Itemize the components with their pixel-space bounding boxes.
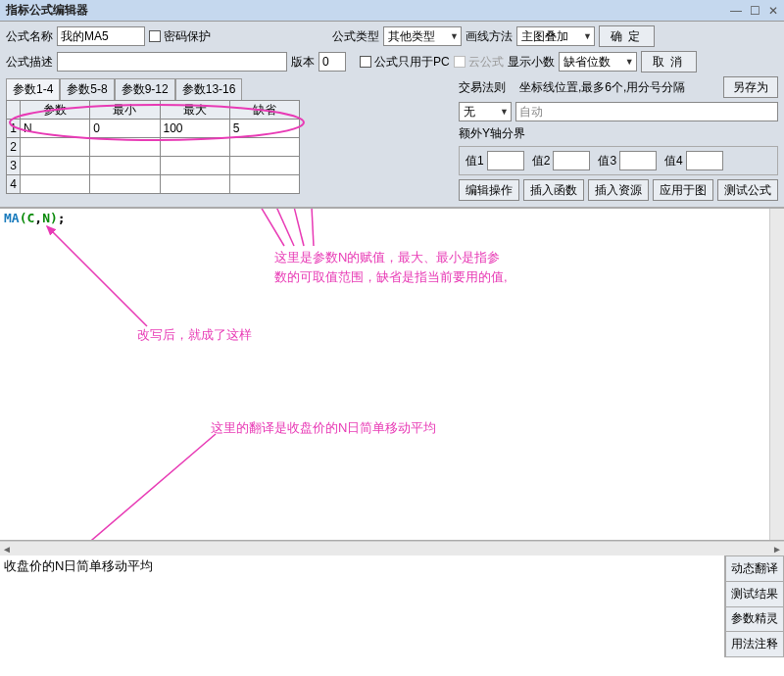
usage-notes-button[interactable]: 用法注释 (725, 632, 784, 657)
table-row: 1 (7, 120, 300, 138)
param-max-1[interactable] (161, 120, 229, 137)
ok-button[interactable]: 确定 (599, 25, 655, 47)
chevron-down-icon: ▼ (621, 57, 634, 67)
side-button-stack: 动态翻译 测试结果 参数精灵 用法注释 (725, 555, 784, 657)
chevron-down-icon: ▼ (446, 31, 459, 41)
translation-output: 收盘价的N日简单移动平均 (0, 555, 725, 657)
test-formula-button[interactable]: 测试公式 (717, 179, 778, 201)
table-row: 4 (7, 175, 300, 194)
pwd-protect-checkbox[interactable]: 密码保护 (149, 28, 211, 45)
svg-line-5 (78, 434, 216, 541)
annotation-param-values: 这里是参数N的赋值，最大、最小是指参 数的可取值范围，缺省是指当前要用的值, (274, 248, 568, 286)
param-def-1[interactable] (230, 120, 299, 137)
draw-method-select[interactable]: 主图叠加 ▼ (516, 26, 595, 46)
scroll-left-icon[interactable]: ◄ (2, 544, 12, 555)
param-table: 参数 最小 最大 缺省 1 2 3 4 (6, 100, 300, 194)
svg-line-3 (309, 209, 314, 246)
trade-rule-select[interactable]: 无 ▼ (459, 102, 512, 121)
extra-y-label: 额外Y轴分界 (459, 125, 525, 142)
val3-input[interactable] (619, 151, 657, 170)
val4-input[interactable] (686, 151, 723, 170)
annotation-rewritten: 改写后，就成了这样 (137, 326, 252, 344)
vertical-scrollbar[interactable] (769, 209, 784, 540)
formula-type-select[interactable]: 其他类型 ▼ (383, 26, 462, 46)
decimals-label: 显示小数 (508, 54, 555, 71)
desc-label: 公式描述 (6, 54, 53, 71)
table-row: 2 (7, 138, 300, 157)
version-input[interactable] (318, 52, 346, 72)
tab-params-13-16[interactable]: 参数13-16 (175, 78, 243, 100)
only-pc-checkbox[interactable]: 公式只用于PC (360, 54, 450, 71)
insert-res-button[interactable]: 插入资源 (588, 179, 649, 201)
horizontal-scrollbar[interactable]: ◄ ► (0, 541, 784, 555)
minimize-button[interactable]: — (730, 4, 742, 18)
version-label: 版本 (291, 54, 315, 71)
close-button[interactable]: ✕ (768, 4, 778, 18)
coord-input[interactable] (515, 102, 778, 121)
cancel-button[interactable]: 取消 (641, 51, 697, 72)
apply-fig-button[interactable]: 应用于图 (653, 179, 713, 201)
cloud-checkbox: 云公式 (454, 54, 504, 71)
decimals-select[interactable]: 缺省位数 ▼ (559, 52, 637, 72)
name-input[interactable] (57, 26, 145, 46)
tab-params-5-8[interactable]: 参数5-8 (60, 78, 114, 100)
insert-fn-button[interactable]: 插入函数 (523, 179, 584, 201)
test-result-button[interactable]: 测试结果 (725, 582, 784, 607)
name-label: 公式名称 (6, 28, 53, 45)
val2-input[interactable] (553, 151, 590, 170)
svg-line-1 (250, 209, 294, 246)
code-line: MA(C,N); (4, 211, 66, 225)
coord-hint-label: 坐标线位置,最多6个,用分号分隔 (519, 79, 685, 96)
chevron-down-icon: ▼ (579, 31, 592, 41)
form-area: 公式名称 密码保护 公式类型 其他类型 ▼ 画线方法 主图叠加 ▼ 确定 公式描… (0, 22, 784, 208)
code-editor[interactable]: MA(C,N); 这里是参数N的赋值，最大、最小是指参 数的可取值范围，缺省是指… (0, 208, 784, 541)
edit-op-button[interactable]: 编辑操作 (459, 179, 519, 201)
param-tabs: 参数1-4 参数5-8 参数9-12 参数13-16 (6, 78, 300, 100)
value-group: 值1 值2 值3 值4 (459, 146, 778, 175)
desc-input[interactable] (57, 52, 287, 72)
scroll-right-icon[interactable]: ► (772, 544, 782, 555)
table-row: 3 (7, 157, 300, 175)
draw-method-label: 画线方法 (466, 28, 513, 45)
window-controls: — ☐ ✕ (730, 4, 778, 18)
param-wizard-button[interactable]: 参数精灵 (725, 607, 784, 633)
trade-rule-label: 交易法则 (459, 79, 506, 96)
param-name-1[interactable] (21, 120, 89, 137)
maximize-button[interactable]: ☐ (750, 4, 760, 18)
svg-line-2 (279, 209, 304, 246)
svg-line-0 (225, 209, 284, 246)
window-title: 指标公式编辑器 (6, 2, 88, 19)
checkbox-icon (360, 56, 371, 68)
tab-params-1-4[interactable]: 参数1-4 (6, 78, 60, 100)
checkbox-icon (454, 56, 466, 68)
annotation-translation: 这里的翻译是收盘价的N日简单移动平均 (211, 419, 436, 437)
formula-type-label: 公式类型 (332, 28, 379, 45)
checkbox-icon (149, 30, 161, 42)
save-as-button[interactable]: 另存为 (723, 76, 778, 98)
dynamic-translate-button[interactable]: 动态翻译 (725, 555, 784, 582)
val1-input[interactable] (487, 151, 524, 170)
svg-line-4 (47, 226, 147, 326)
chevron-down-icon: ▼ (496, 107, 509, 117)
titlebar: 指标公式编辑器 — ☐ ✕ (0, 0, 784, 22)
param-min-1[interactable] (90, 120, 159, 137)
bottom-panel: 收盘价的N日简单移动平均 动态翻译 测试结果 参数精灵 用法注释 (0, 555, 784, 657)
tab-params-9-12[interactable]: 参数9-12 (115, 78, 175, 100)
